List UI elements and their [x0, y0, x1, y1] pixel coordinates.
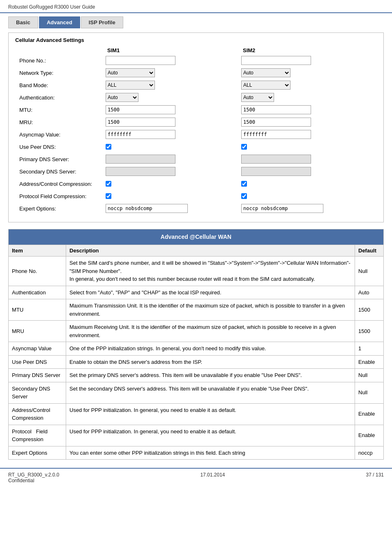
label-primary-dns: Primary DNS Server: [15, 156, 106, 162]
sim1-mtu[interactable] [106, 105, 175, 114]
sim2-secondary-dns[interactable] [241, 167, 311, 176]
label-secondary-dns: Secondary DNS Server: [15, 169, 106, 175]
label-phone: Phone No.: [15, 58, 106, 64]
settings-row-proto-compress: Protocol Field Compression: [15, 191, 377, 201]
default-secondary-dns: Null [355, 382, 384, 403]
tab-bar: Basic Advanced ISP Profile [0, 13, 392, 28]
settings-row-expert: Expert Options: [15, 203, 377, 214]
desc-auth: Select from "Auto", "PAP" and "CHAP" as … [66, 286, 355, 299]
tab-basic[interactable]: Basic [8, 16, 38, 28]
sim2-auth[interactable]: AutoPAPCHAP [241, 93, 274, 102]
item-asyncmap: Asyncmap Value [9, 342, 66, 356]
sim2-peer-dns[interactable] [241, 144, 247, 150]
settings-grid: SIM1 SIM2 Phone No.: Network Type: Auto2… [15, 47, 377, 214]
desc-mtu: Maximum Transmission Unit. It is the ide… [66, 299, 355, 321]
page-footer: RT_UG_R3000_v.2.0.0 Confidential 17.01.2… [0, 468, 392, 487]
item-phone: Phone No. [9, 257, 66, 286]
sim2-proto-compress[interactable] [241, 193, 247, 199]
col-header-description: Description [66, 245, 355, 257]
desc-mru: Maximum Receiving Unit. It is the identi… [66, 321, 355, 342]
label-auth: Authentication: [15, 95, 106, 101]
settings-row-peer-dns: Use Peer DNS: [15, 141, 377, 152]
label-band-mode: Band Mode: [15, 82, 106, 88]
table-row: Use Peer DNS Enable to obtain the DNS se… [9, 355, 384, 369]
desc-primary-dns: Set the primary DNS server's address. Th… [66, 369, 355, 382]
sim1-network-type[interactable]: Auto2G3G4G [106, 68, 155, 77]
label-mru: MRU: [15, 119, 106, 125]
tab-advanced[interactable]: Advanced [39, 16, 80, 28]
table-row: Secondary DNS Server Set the secondary D… [9, 382, 384, 403]
table-row: Protocol FieldCompression Used for PPP i… [9, 425, 384, 446]
sim2-primary-dns[interactable] [241, 155, 311, 164]
doc-title: Robustel GoRugged R3000 User Guide [8, 4, 95, 10]
sim2-band-mode[interactable]: ALL [241, 81, 291, 90]
footer-doc-id: RT_UG_R3000_v.2.0.0 [8, 472, 59, 478]
label-mtu: MTU: [15, 107, 106, 113]
sim1-asyncmap[interactable] [106, 130, 175, 139]
item-primary-dns: Primary DNS Server [9, 369, 66, 382]
sim1-addr-compress[interactable] [106, 181, 111, 187]
default-primary-dns: Null [355, 369, 384, 382]
sim2-network-type[interactable]: Auto2G3G4G [241, 68, 291, 77]
settings-row-mru: MRU: [15, 117, 377, 127]
sim1-peer-dns[interactable] [106, 144, 111, 150]
item-mru: MRU [9, 321, 66, 342]
advanced-table: Advanced @Cellular WAN Item Description … [8, 229, 384, 460]
label-addr-compress: Address/Control Compression: [15, 181, 106, 187]
sim2-expert[interactable] [241, 204, 323, 213]
settings-header-row: SIM1 SIM2 [15, 47, 377, 53]
table-row: Phone No. Set the SIM card's phone numbe… [9, 257, 384, 286]
sim1-expert[interactable] [106, 204, 188, 213]
default-mtu: 1500 [355, 299, 384, 321]
item-auth: Authentication [9, 286, 66, 299]
item-use-peer-dns: Use Peer DNS [9, 355, 66, 369]
default-asyncmap: 1 [355, 342, 384, 356]
sim2-mru[interactable] [241, 118, 311, 127]
desc-use-peer-dns: Enable to obtain the DNS server's addres… [66, 355, 355, 369]
sim1-band-mode[interactable]: ALL [106, 81, 155, 90]
sim1-primary-dns[interactable] [106, 155, 175, 164]
sim2-addr-compress[interactable] [241, 181, 247, 187]
default-auth: Auto [355, 286, 384, 299]
label-peer-dns: Use Peer DNS: [15, 144, 106, 150]
table-row: MTU Maximum Transmission Unit. It is the… [9, 299, 384, 321]
desc-secondary-dns: Set the secondary DNS server's address. … [66, 382, 355, 403]
item-mtu: MTU [9, 299, 66, 321]
settings-row-secondary-dns: Secondary DNS Server: [15, 166, 377, 177]
sim1-mru[interactable] [106, 118, 175, 127]
settings-row-addr-compress: Address/Control Compression: [15, 178, 377, 189]
advanced-section: Advanced @Cellular WAN Item Description … [8, 229, 384, 460]
settings-row-band-mode: Band Mode: ALL ALL [15, 80, 377, 90]
sim2-header: SIM2 [241, 47, 377, 53]
sim1-auth[interactable]: AutoPAPCHAP [106, 93, 138, 102]
table-row: Asyncmap Value One of the PPP initializa… [9, 342, 384, 356]
col-header-default: Default [355, 245, 384, 257]
col-header-item: Item [9, 245, 66, 257]
sim2-asyncmap[interactable] [241, 130, 311, 139]
default-proto-compress: Enable [355, 425, 384, 446]
default-phone: Null [355, 257, 384, 286]
settings-row-asyncmap: Asyncmap Value: [15, 129, 377, 140]
table-row: MRU Maximum Receiving Unit. It is the id… [9, 321, 384, 342]
table-row: Expert Options You can enter some other … [9, 446, 384, 460]
tab-isp-profile[interactable]: ISP Profile [81, 16, 123, 28]
default-expert-options: noccp [355, 446, 384, 460]
default-addr-compress: Enable [355, 403, 384, 425]
table-row: Primary DNS Server Set the primary DNS s… [9, 369, 384, 382]
sim1-phone[interactable] [106, 56, 175, 65]
desc-phone: Set the SIM card's phone number, and it … [66, 257, 355, 286]
sim2-phone[interactable] [241, 56, 311, 65]
settings-panel: Cellular Advanced Settings SIM1 SIM2 Pho… [8, 32, 384, 222]
settings-row-mtu: MTU: [15, 104, 377, 115]
table-row: Address/ControlCompression Used for PPP … [9, 403, 384, 425]
desc-asyncmap: One of the PPP initialization strings. I… [66, 342, 355, 356]
sim1-header: SIM1 [106, 47, 241, 53]
table-row: Authentication Select from "Auto", "PAP"… [9, 286, 384, 299]
sim1-proto-compress[interactable] [106, 193, 111, 199]
advanced-table-title: Advanced @Cellular WAN [9, 229, 384, 245]
sim2-mtu[interactable] [241, 105, 311, 114]
sim1-secondary-dns[interactable] [106, 167, 175, 176]
settings-row-auth: Authentication: AutoPAPCHAP AutoPAPCHAP [15, 92, 377, 103]
item-addr-compress: Address/ControlCompression [9, 403, 66, 425]
item-proto-compress: Protocol FieldCompression [9, 425, 66, 446]
